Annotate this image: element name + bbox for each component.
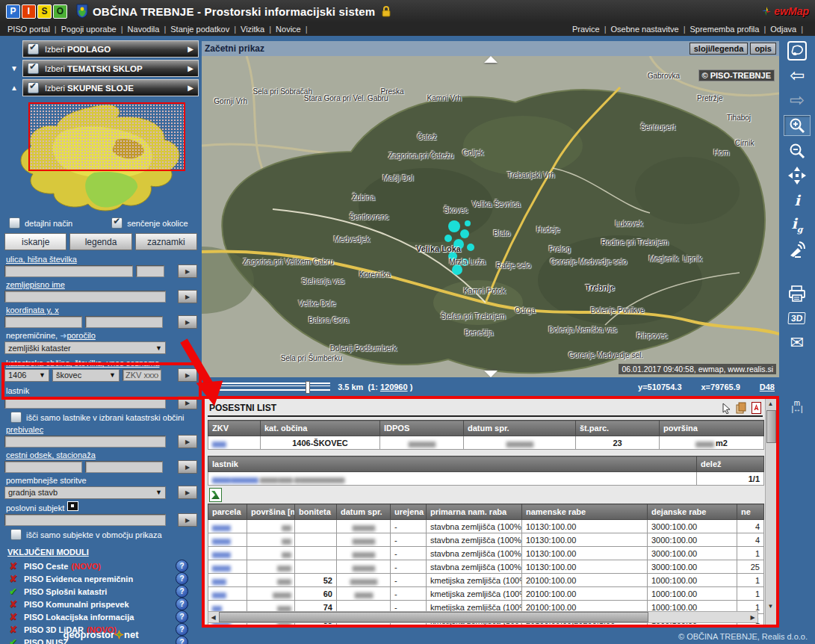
- column-header[interactable]: namenske rabe: [522, 504, 648, 520]
- owner-filter-checkbox[interactable]: [10, 412, 22, 423]
- layer-accordion[interactable]: Izberi PODLAGO ▶: [22, 40, 199, 58]
- road-search-button[interactable]: [178, 460, 197, 474]
- column-header[interactable]: boniteta: [295, 504, 337, 520]
- parcel-row[interactable]: ▆▆▆ ▆▆▆▆ 60 ▆▆▆▆ - kmetijska zemljišča (…: [208, 587, 764, 601]
- full-extent-button[interactable]: [784, 41, 810, 61]
- parcel-row[interactable]: ▆▆▆▆ ▆▆ ▆▆▆▆▆ - stavbna zemljišča (100%)…: [208, 533, 764, 547]
- menu-item[interactable]: Osebne nastavitve: [611, 25, 690, 34]
- shading-checkbox[interactable]: [111, 217, 123, 229]
- tab-legenda[interactable]: legenda: [69, 233, 131, 250]
- module-help-button[interactable]: ?: [176, 598, 188, 610]
- column-header[interactable]: datum spr.: [464, 421, 576, 436]
- layer-checkbox[interactable]: [28, 63, 39, 74]
- module-link[interactable]: PISO Splošni katastri: [24, 587, 107, 596]
- coord-x-input[interactable]: [85, 316, 163, 328]
- column-header[interactable]: urejena: [391, 504, 427, 520]
- collapse-arrow-icon[interactable]: ▼: [8, 64, 20, 72]
- business-search-button[interactable]: [178, 513, 197, 527]
- expand-right-icon[interactable]: ▶: [188, 84, 193, 92]
- zkv-input[interactable]: [123, 369, 161, 381]
- gps-button[interactable]: [784, 240, 810, 259]
- zoom-out-button[interactable]: [784, 141, 810, 161]
- layers-legend-button[interactable]: sloji/legenda: [690, 43, 749, 55]
- column-header[interactable]: površina [m2]: [247, 504, 295, 520]
- column-header[interactable]: ne: [737, 504, 764, 520]
- scroll-left-arrow[interactable]: ◀: [208, 613, 218, 622]
- placename-input[interactable]: [4, 291, 166, 303]
- table-row[interactable]: ▆▆▆▆ ▆▆▆▆▆▆, ▆▆▆▆ ▆▆▆, ▆ ▆▆▆▆▆▆▆▆▆▆ 1/1: [208, 472, 764, 486]
- scale-ratio-link[interactable]: 120960: [380, 383, 408, 391]
- column-header[interactable]: ZKV: [208, 421, 261, 436]
- street-input[interactable]: [4, 265, 133, 277]
- print-button[interactable]: [784, 284, 810, 303]
- menu-item[interactable]: Stanje podatkov: [170, 25, 241, 34]
- owner-search-button[interactable]: [178, 396, 197, 409]
- mail-button[interactable]: ✉: [784, 333, 810, 353]
- roadsection-input[interactable]: [4, 461, 82, 473]
- scroll-right-arrow[interactable]: ▶: [748, 613, 757, 622]
- collapse-arrow-icon[interactable]: ▲: [8, 84, 20, 92]
- resident-input[interactable]: [4, 436, 166, 448]
- pdf-export-icon[interactable]: [752, 402, 761, 414]
- module-help-button[interactable]: ?: [176, 572, 188, 585]
- parcel-row[interactable]: ▆▆▆▆ ▆▆▆ ▆▆▆▆▆ - stavbna zemljišča (100%…: [208, 560, 764, 574]
- info-group-button[interactable]: ig: [784, 215, 810, 235]
- menu-item[interactable]: Novice: [276, 25, 312, 34]
- coord-y-input[interactable]: [4, 316, 82, 328]
- scroll-thumb[interactable]: [219, 612, 648, 622]
- module-link[interactable]: PISO Ceste: [24, 562, 68, 571]
- measure-button[interactable]: m|↔|: [784, 397, 810, 416]
- opis-button[interactable]: opis: [750, 43, 776, 55]
- layer-accordion[interactable]: ▲ Izberi SKUPNE SLOJE ▶: [22, 79, 199, 96]
- column-header[interactable]: datum spr.: [337, 504, 391, 520]
- menu-item[interactable]: Vizitka: [241, 25, 276, 34]
- zoom-in-button[interactable]: [784, 115, 811, 136]
- pan-up-arrow[interactable]: [484, 56, 498, 63]
- horizontal-scrollbar[interactable]: ◀ ▶: [208, 611, 758, 623]
- coord-search-button[interactable]: [178, 315, 197, 329]
- scale-slider-handle[interactable]: [306, 381, 310, 394]
- menu-item[interactable]: Sprememba profila: [690, 25, 770, 34]
- module-link[interactable]: PISO Komunalni prispevek: [24, 600, 129, 609]
- column-header[interactable]: delež: [697, 456, 764, 472]
- scale-slider[interactable]: [218, 383, 330, 391]
- tab-zaznamki[interactable]: zaznamki: [135, 233, 197, 250]
- menu-item[interactable]: PISO portal: [7, 25, 61, 34]
- expand-right-icon[interactable]: ▶: [188, 45, 193, 53]
- scroll-up-arrow[interactable]: ▲: [766, 399, 775, 409]
- column-header[interactable]: št.parc.: [576, 421, 660, 436]
- column-header[interactable]: IDPOS: [380, 421, 464, 436]
- 3d-view-button[interactable]: 3D: [784, 309, 810, 328]
- cadastral-code-select[interactable]: 1406▼: [4, 369, 49, 382]
- parcel-row[interactable]: ▆▆▆ ▆▆▆ 52 ▆▆▆▆▆▆ - kmetijska zemljišča …: [208, 574, 764, 587]
- zkv-search-button[interactable]: [178, 368, 197, 382]
- street-search-button[interactable]: [178, 264, 197, 278]
- menu-item[interactable]: Navodila: [128, 25, 171, 34]
- business-filter-checkbox[interactable]: [10, 529, 22, 540]
- column-header[interactable]: lastnik: [208, 456, 697, 472]
- detail-mode-checkbox[interactable]: [9, 217, 20, 229]
- module-help-button[interactable]: ?: [176, 610, 188, 623]
- pointer-tool-icon[interactable]: [722, 403, 731, 414]
- forward-button[interactable]: ⇨: [784, 90, 810, 110]
- chainage-input[interactable]: [85, 461, 163, 473]
- porocilo-link[interactable]: poročilo: [66, 331, 96, 340]
- layer-accordion[interactable]: ▼ Izberi TEMATSKI SKLOP ▶: [22, 60, 199, 77]
- services-select[interactable]: gradnja stavb▼: [4, 486, 166, 499]
- layer-checkbox[interactable]: [28, 43, 39, 55]
- register-select[interactable]: zemljiški kataster▼: [4, 341, 166, 354]
- column-header[interactable]: površina: [660, 421, 764, 436]
- pan-down-arrow[interactable]: [484, 371, 498, 377]
- column-header[interactable]: dejanske rabe: [648, 504, 737, 520]
- column-header[interactable]: kat. občina: [261, 421, 380, 436]
- module-link[interactable]: PISO Lokacijska informacija: [24, 613, 134, 622]
- menu-item[interactable]: Pogoji uporabe: [61, 25, 128, 34]
- geoprostor-logo[interactable]: geoprostornet: [0, 629, 202, 640]
- info-button[interactable]: i: [784, 191, 810, 210]
- expand-right-icon[interactable]: ▶: [188, 64, 193, 72]
- map-canvas[interactable]: Gornji Vrh Sela pri Sobračah Stara Gora …: [202, 56, 779, 377]
- menu-item[interactable]: Odjava: [770, 25, 808, 34]
- pan-button[interactable]: [784, 166, 810, 185]
- column-header[interactable]: parcela: [208, 504, 247, 520]
- parcel-row[interactable]: ▆▆▆▆ ▆▆ ▆▆▆▆▆ - stavbna zemljišča (100%)…: [208, 547, 764, 560]
